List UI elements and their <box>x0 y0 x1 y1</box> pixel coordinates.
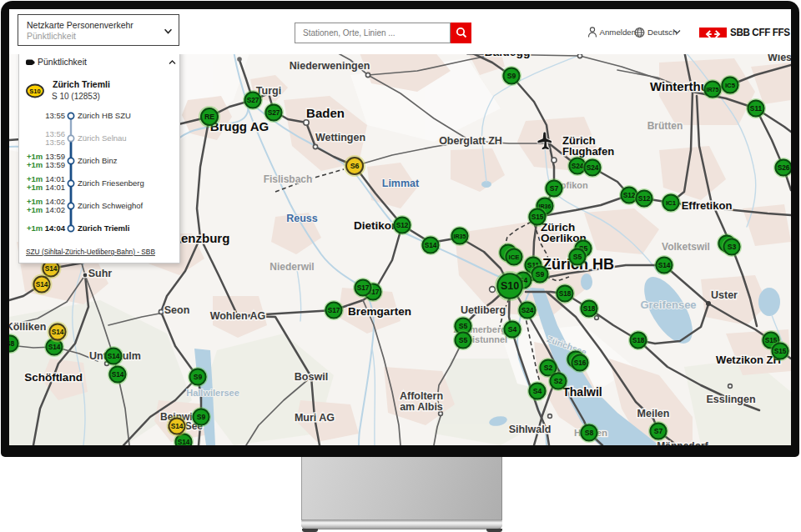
svg-text:S14: S14 <box>48 343 61 351</box>
svg-text:Uetliberg: Uetliberg <box>461 304 506 316</box>
svg-text:Oberglatt ZH: Oberglatt ZH <box>439 135 502 147</box>
svg-text:Boswil: Boswil <box>295 371 328 383</box>
svg-text:13:55: 13:55 <box>45 111 65 120</box>
svg-text:S18: S18 <box>632 336 645 344</box>
svg-text:Limmat: Limmat <box>382 178 420 189</box>
svg-text:Zürich Triemli: Zürich Triemli <box>78 223 129 233</box>
svg-text:Baldegg: Baldegg <box>484 54 530 58</box>
svg-text:am Albis: am Albis <box>400 401 443 413</box>
svg-text:S14: S14 <box>171 422 184 430</box>
svg-text:S18: S18 <box>559 289 572 298</box>
svg-text:Anmelden: Anmelden <box>600 28 637 37</box>
svg-text:Greifensee: Greifensee <box>640 299 696 311</box>
svg-text:S8: S8 <box>585 429 594 437</box>
svg-text:+1m: +1m <box>27 160 43 169</box>
svg-text:Flughafen: Flughafen <box>562 145 614 158</box>
svg-text:S24: S24 <box>587 163 599 172</box>
svg-text:S12: S12 <box>623 191 636 199</box>
svg-text:S14: S14 <box>425 241 437 249</box>
svg-text:Hallwilersee: Hallwilersee <box>186 388 239 398</box>
svg-text:+1m: +1m <box>27 183 43 192</box>
svg-text:Uster: Uster <box>711 289 738 301</box>
svg-text:S4: S4 <box>533 387 542 395</box>
svg-text:Sihlwald: Sihlwald <box>509 424 552 435</box>
svg-text:Zürich Selnau: Zürich Selnau <box>78 133 127 143</box>
svg-text:Bremgarten: Bremgarten <box>348 305 411 318</box>
svg-text:enzburg: enzburg <box>181 231 229 245</box>
svg-text:Wiesendangen: Wiesendangen <box>768 54 791 63</box>
svg-text:Volketswil: Volketswil <box>662 241 710 253</box>
svg-text:Affoltern: Affoltern <box>400 390 443 402</box>
svg-text:S14: S14 <box>112 370 124 379</box>
svg-text:S26: S26 <box>778 163 790 172</box>
svg-text:S14: S14 <box>52 328 64 336</box>
svg-text:SZU (Sihltal-Zürich-Uetliberg-: SZU (Sihltal-Zürich-Uetliberg-Bahn) - SB… <box>26 248 155 256</box>
svg-text:S24: S24 <box>572 162 584 170</box>
svg-text:Seon: Seon <box>164 304 190 316</box>
svg-text:Zürich Triemli: Zürich Triemli <box>53 79 110 89</box>
svg-text:Effretikon: Effretikon <box>682 199 733 212</box>
svg-text:IR35: IR35 <box>454 233 466 239</box>
svg-text:S5: S5 <box>459 322 468 330</box>
svg-text:S15: S15 <box>531 213 544 221</box>
svg-text:Zürich Binz: Zürich Binz <box>78 156 118 165</box>
svg-text:S17: S17 <box>357 284 370 292</box>
svg-text:Wohlen AG: Wohlen AG <box>210 310 266 322</box>
svg-text:S27: S27 <box>247 96 259 104</box>
svg-text:S4: S4 <box>508 325 517 334</box>
svg-text:Muri AG: Muri AG <box>295 412 335 424</box>
svg-text:Fislisbach: Fislisbach <box>264 173 313 185</box>
svg-text:S10: S10 <box>501 280 519 292</box>
svg-text:S9: S9 <box>197 413 206 421</box>
svg-text:Niederwil: Niederwil <box>270 261 314 273</box>
svg-text:S16: S16 <box>574 359 587 367</box>
svg-text:+1m: +1m <box>27 223 43 233</box>
svg-text:Zürich HB SZU: Zürich HB SZU <box>78 111 131 120</box>
svg-text:S2: S2 <box>554 377 563 385</box>
svg-text:S12: S12 <box>396 221 409 229</box>
svg-text:S27: S27 <box>268 108 280 117</box>
svg-text:Thalwil: Thalwil <box>562 385 602 399</box>
svg-text:Suhr: Suhr <box>88 268 113 279</box>
svg-text:ICE: ICE <box>509 253 520 261</box>
svg-text:Reuss: Reuss <box>286 213 318 224</box>
svg-text:Baden: Baden <box>306 106 345 120</box>
svg-text:S2: S2 <box>544 364 553 372</box>
svg-text:IC5: IC5 <box>725 82 736 89</box>
svg-text:S10: S10 <box>29 88 40 95</box>
svg-text:S14: S14 <box>658 261 671 269</box>
svg-text:S11: S11 <box>750 104 763 113</box>
svg-text:Pünktlichkeit: Pünktlichkeit <box>38 57 87 67</box>
svg-text:S5: S5 <box>459 336 468 344</box>
svg-text:S14: S14 <box>36 280 48 289</box>
svg-text:Schöftland: Schöftland <box>24 371 83 384</box>
svg-text:+1m: +1m <box>27 205 43 214</box>
svg-text:S14: S14 <box>178 438 190 445</box>
svg-text:RE: RE <box>204 113 214 121</box>
svg-text:S17: S17 <box>328 306 340 314</box>
svg-text:S9: S9 <box>194 373 203 381</box>
svg-text:S18: S18 <box>583 304 596 313</box>
svg-text:Niederweningen: Niederweningen <box>290 60 370 72</box>
svg-text:S12: S12 <box>638 194 651 203</box>
svg-text:IR75: IR75 <box>707 87 719 93</box>
svg-text:14:02: 14:02 <box>45 205 65 214</box>
svg-text:IC1: IC1 <box>666 199 677 207</box>
svg-text:S7: S7 <box>550 184 559 193</box>
svg-text:S14: S14 <box>108 352 120 360</box>
svg-text:S7: S7 <box>654 427 663 435</box>
svg-text:14:01: 14:01 <box>45 183 65 192</box>
svg-text:S9: S9 <box>507 72 516 80</box>
svg-text:Brütten: Brütten <box>647 120 683 132</box>
svg-text:S9: S9 <box>536 270 545 279</box>
svg-text:S8: S8 <box>9 339 14 348</box>
svg-text:S15: S15 <box>774 347 787 355</box>
svg-text:Zürich Schweighof: Zürich Schweighof <box>78 201 144 210</box>
svg-text:14:04: 14:04 <box>45 223 66 233</box>
svg-text:Männedorf: Männedorf <box>657 440 708 445</box>
svg-text:Zürich Friesenberg: Zürich Friesenberg <box>78 178 144 188</box>
svg-text:Dietikon: Dietikon <box>354 219 398 232</box>
svg-text:S24: S24 <box>521 306 534 314</box>
svg-text:Esslingen: Esslingen <box>706 394 755 405</box>
svg-text:S6: S6 <box>350 162 360 170</box>
